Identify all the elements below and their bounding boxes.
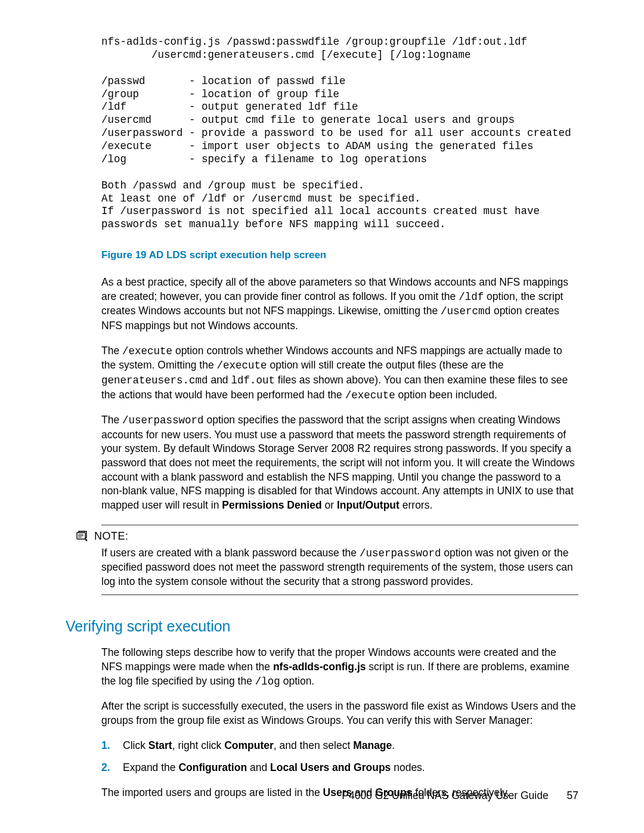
bold-text: Configuration	[178, 761, 247, 773]
document-page: nfs-adlds-config.js /passwd:passwdfile /…	[0, 0, 644, 833]
text: , right click	[172, 739, 225, 751]
inline-code: /log	[255, 676, 280, 688]
note-body: If users are created with a blank passwo…	[101, 546, 578, 589]
figure-caption: Figure 19 AD LDS script execution help s…	[101, 249, 578, 261]
note-icon	[76, 531, 88, 541]
inline-code: generateusers.cmd	[101, 374, 208, 386]
body-paragraph-1: As a best practice, specify all of the a…	[101, 275, 578, 333]
inline-code: /execute	[217, 360, 267, 371]
inline-code: /userpassword	[360, 547, 441, 559]
body-paragraph-5: After the script is successfully execute…	[101, 699, 578, 727]
text: .	[392, 739, 395, 751]
text: option been included.	[395, 389, 497, 401]
footer-title: P4000 G2 Unified NAS Gateway User Guide	[342, 789, 548, 801]
step-item: Expand the Configuration and Local Users…	[101, 761, 578, 775]
note-label: NOTE:	[94, 530, 129, 543]
inline-code: /userpassword	[122, 414, 204, 426]
body-paragraph-2: The /execute option controls whether Win…	[101, 344, 578, 403]
text: If users are created with a blank passwo…	[101, 547, 360, 559]
text: , and then select	[274, 739, 353, 751]
text: The imported users and groups are listed…	[101, 786, 323, 798]
text: errors.	[400, 499, 432, 511]
text: and	[208, 374, 231, 386]
code-block: nfs-adlds-config.js /passwd:passwdfile /…	[101, 36, 578, 231]
ordered-steps: Click Start, right click Computer, and t…	[101, 739, 578, 775]
text: Click	[123, 739, 148, 751]
bold-text: nfs-adlds-config.js	[273, 661, 366, 673]
text: nodes.	[391, 761, 425, 773]
inline-code: /execute	[122, 345, 172, 357]
body-paragraph-3: The /userpassword option specifies the p…	[101, 413, 578, 512]
divider	[101, 525, 578, 525]
inline-code: /usercmd	[441, 305, 491, 317]
bold-text: Input/Output	[337, 499, 400, 511]
inline-code: /ldf	[459, 291, 484, 303]
bold-text: Computer	[224, 739, 274, 751]
step-item: Click Start, right click Computer, and t…	[101, 739, 578, 753]
text: The	[101, 345, 122, 357]
text: option specifies the password that the s…	[101, 414, 575, 511]
page-number: 57	[567, 789, 578, 801]
bold-text: Local Users and Groups	[270, 761, 391, 773]
page-footer: P4000 G2 Unified NAS Gateway User Guide …	[342, 789, 578, 802]
body-paragraph-4: The following steps describe how to veri…	[101, 646, 578, 689]
text: option.	[280, 675, 314, 687]
note-header: NOTE:	[76, 530, 578, 543]
text: Expand the	[123, 761, 178, 773]
text: option will still create the output file…	[267, 359, 504, 371]
section-heading: Verifying script execution	[66, 618, 578, 635]
inline-code: ldf.out	[231, 374, 275, 386]
text: The	[101, 414, 122, 426]
text: or	[322, 499, 337, 511]
note-block: NOTE: If users are created with a blank …	[66, 525, 578, 596]
divider	[101, 594, 578, 595]
bold-text: Manage	[353, 739, 392, 751]
inline-code: /execute	[345, 389, 395, 401]
bold-text: Permissions Denied	[222, 499, 321, 511]
text: and	[247, 761, 270, 773]
bold-text: Start	[148, 739, 172, 751]
